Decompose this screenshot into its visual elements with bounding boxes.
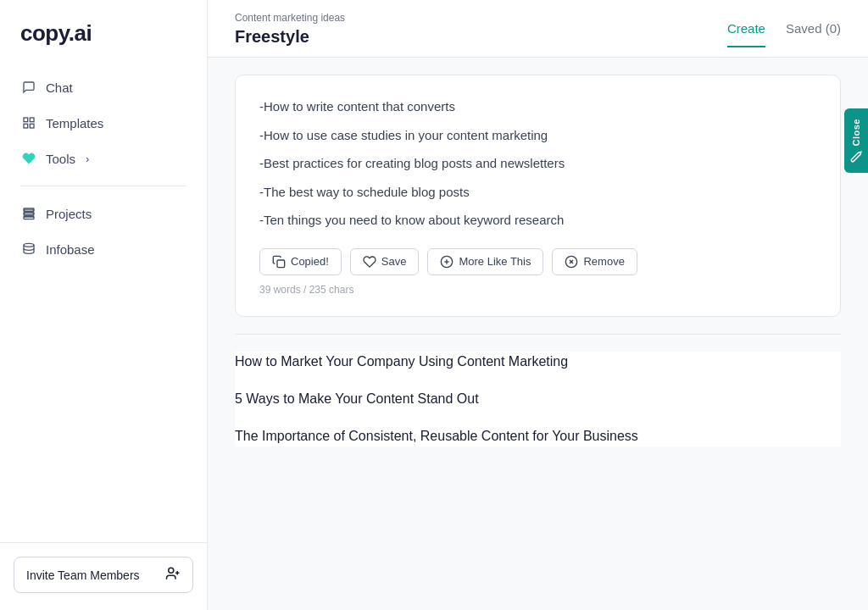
heart-icon xyxy=(363,255,376,269)
main-content: Content marketing ideas Freestyle Create… xyxy=(208,0,868,610)
close-panel-icon xyxy=(849,151,864,163)
sidebar-item-infobase-label: Infobase xyxy=(46,242,95,257)
close-panel-button[interactable]: Close xyxy=(844,108,868,173)
nav-divider xyxy=(20,186,186,186)
invite-team-button[interactable]: Invite Team Members xyxy=(14,557,193,593)
tab-saved[interactable]: Saved (0) xyxy=(786,21,841,47)
svg-rect-3 xyxy=(30,124,34,128)
copied-button[interactable]: Copied! xyxy=(259,248,342,275)
save-button[interactable]: Save xyxy=(350,248,420,275)
svg-rect-1 xyxy=(30,118,34,122)
page-title: Freestyle xyxy=(235,27,345,57)
svg-rect-5 xyxy=(24,213,34,215)
copy-icon xyxy=(272,255,286,269)
breadcrumb: Content marketing ideas xyxy=(235,12,345,24)
content-area: Close -How to write content that convert… xyxy=(208,58,868,610)
save-label: Save xyxy=(381,255,407,268)
tools-icon xyxy=(20,150,37,167)
app-logo: copy.ai xyxy=(20,20,92,46)
chat-icon xyxy=(20,79,37,96)
result-card-1: -How to write content that converts -How… xyxy=(235,75,841,317)
svg-point-7 xyxy=(24,243,34,247)
plus-circle-icon xyxy=(440,255,453,269)
cards-divider xyxy=(235,334,841,335)
close-panel-label: Close xyxy=(851,119,861,146)
result-item-1: -How to write content that converts xyxy=(259,96,816,118)
result-actions: Copied! Save More Like This xyxy=(259,248,816,275)
result-item-3: -Best practices for creating blog posts … xyxy=(259,152,816,175)
projects-icon xyxy=(20,205,37,222)
more-like-this-label: More Like This xyxy=(459,255,531,268)
sidebar-item-chat[interactable]: Chat xyxy=(10,70,197,104)
sidebar: copy.ai Chat Templates xyxy=(0,0,208,610)
invite-icon xyxy=(165,566,181,584)
sidebar-item-projects[interactable]: Projects xyxy=(10,197,197,230)
sidebar-item-templates[interactable]: Templates xyxy=(10,106,197,140)
tools-arrow-icon: › xyxy=(86,152,89,165)
sidebar-item-chat-label: Chat xyxy=(46,80,73,95)
remove-label: Remove xyxy=(583,255,624,268)
tab-create[interactable]: Create xyxy=(727,21,765,47)
sidebar-nav: Chat Templates Tools › xyxy=(0,64,207,542)
result-item-4: -The best way to schedule blog posts xyxy=(259,181,816,203)
more-like-this-button[interactable]: More Like This xyxy=(427,248,543,275)
result-item-5: -Ten things you need to know about keywo… xyxy=(259,209,816,231)
word-count: 39 words / 235 chars xyxy=(259,284,816,296)
header-tabs: Create Saved (0) xyxy=(727,21,841,47)
result-content-1: -How to write content that converts -How… xyxy=(259,96,816,231)
copied-label: Copied! xyxy=(291,255,329,268)
infobase-icon xyxy=(20,241,37,258)
page-header: Content marketing ideas Freestyle Create… xyxy=(208,0,868,58)
result-item-2: -How to use case studies in your content… xyxy=(259,125,816,147)
sidebar-item-tools-label: Tools xyxy=(46,152,75,166)
sidebar-item-templates-label: Templates xyxy=(46,116,103,130)
result2-item-2: 5 Ways to Make Your Content Stand Out xyxy=(235,389,841,409)
logo-area: copy.ai xyxy=(0,0,207,64)
result2-item-3: The Importance of Consistent, Reusable C… xyxy=(235,426,841,446)
x-circle-icon xyxy=(565,255,578,269)
sidebar-item-tools[interactable]: Tools › xyxy=(10,141,197,175)
svg-rect-11 xyxy=(277,260,285,268)
svg-rect-2 xyxy=(24,124,28,128)
remove-button[interactable]: Remove xyxy=(552,248,637,275)
result2-item-1: How to Market Your Company Using Content… xyxy=(235,352,841,372)
svg-rect-0 xyxy=(24,118,28,122)
templates-icon xyxy=(20,114,37,131)
invite-team-label: Invite Team Members xyxy=(26,568,140,582)
result-card-2: How to Market Your Company Using Content… xyxy=(235,352,841,446)
sidebar-item-infobase[interactable]: Infobase xyxy=(10,232,197,266)
sidebar-item-projects-label: Projects xyxy=(46,207,92,221)
sidebar-bottom: Invite Team Members xyxy=(0,542,207,610)
svg-point-8 xyxy=(169,568,174,573)
